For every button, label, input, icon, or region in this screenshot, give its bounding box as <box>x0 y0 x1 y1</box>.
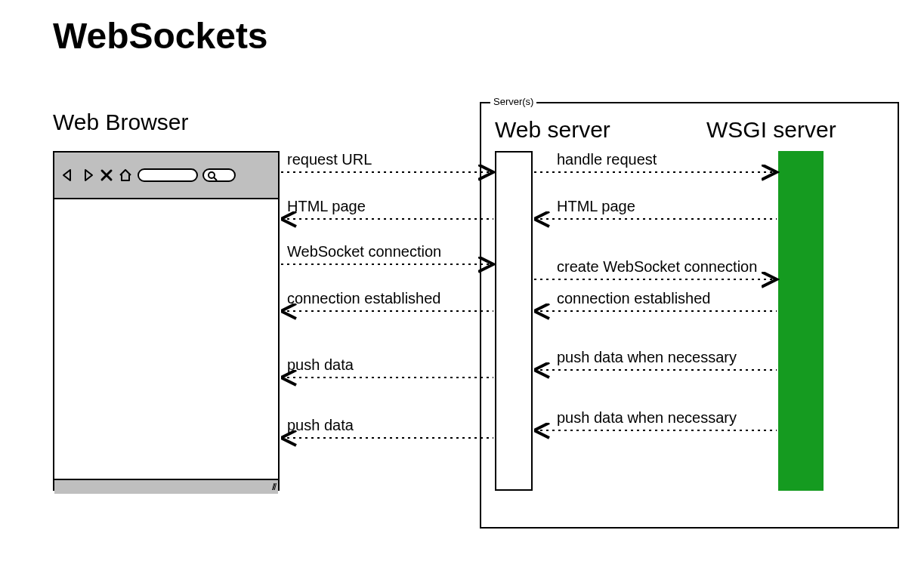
flow-label: create WebSocket connection <box>557 258 757 276</box>
web-browser-box: /// <box>53 151 280 491</box>
wsgi-server-heading: WSGI server <box>706 117 836 143</box>
flow-label: handle request <box>557 151 657 168</box>
home-icon <box>118 168 133 183</box>
forward-arrow-icon <box>80 168 95 183</box>
browser-body <box>54 199 278 479</box>
servers-group-box: Server(s) <box>480 102 899 529</box>
flow-label: WebSocket connection <box>287 243 441 260</box>
flow-label: push data when necessary <box>557 409 737 427</box>
back-arrow-icon <box>60 168 76 183</box>
browser-footer: /// <box>54 479 278 494</box>
search-bar-icon <box>202 168 236 182</box>
page-title: WebSockets <box>53 15 268 57</box>
flow-label: connection established <box>557 290 710 307</box>
diagram-root: WebSockets Web Browser /// <box>0 0 924 564</box>
web-server-box <box>495 151 533 491</box>
url-bar-icon <box>138 168 198 182</box>
flow-label: push data <box>287 356 354 374</box>
flow-label: HTML page <box>557 198 635 215</box>
flow-label: push data when necessary <box>557 349 737 366</box>
flow-label: request URL <box>287 151 372 168</box>
servers-group-legend: Server(s) <box>490 96 536 107</box>
svg-rect-0 <box>138 169 197 181</box>
wsgi-server-box <box>778 151 824 491</box>
browser-heading: Web Browser <box>53 109 189 135</box>
flow-label: push data <box>287 417 354 434</box>
resize-grip-icon: /// <box>272 482 275 492</box>
browser-toolbar <box>54 153 278 199</box>
flow-label: connection established <box>287 290 440 307</box>
web-server-heading: Web server <box>495 117 610 143</box>
flow-label: HTML page <box>287 198 366 215</box>
close-icon <box>100 168 113 182</box>
